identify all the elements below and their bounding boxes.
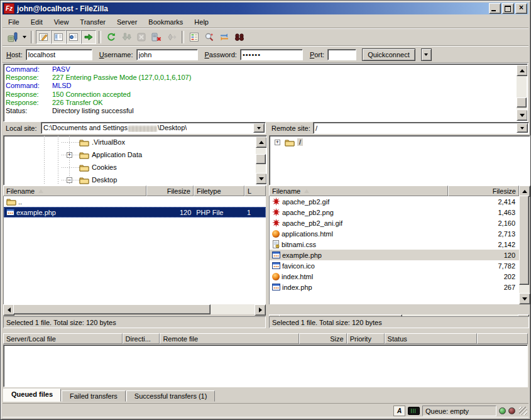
password-input[interactable]: [240, 49, 303, 60]
process-queue-button[interactable]: [119, 30, 134, 44]
local-site-combo[interactable]: C:\Documents and Settings\Desktop\: [41, 122, 266, 134]
toggle-message-log-button[interactable]: [36, 30, 51, 44]
speed-limit-icon[interactable]: [408, 407, 420, 415]
directory-listing-filters-button[interactable]: [187, 30, 202, 44]
maximize-button[interactable]: [502, 3, 514, 14]
local-tree-scrollbar[interactable]: [256, 136, 266, 184]
directory-comparison-button[interactable]: [202, 30, 217, 44]
transfer-type-ascii-icon[interactable]: A: [393, 406, 405, 416]
toggle-local-tree-button[interactable]: [51, 30, 66, 44]
scroll-down-button[interactable]: [517, 109, 528, 121]
column-header-status[interactable]: Status: [385, 333, 478, 344]
column-header-size[interactable]: Size: [299, 333, 347, 344]
file-row-apache-pb2-png[interactable]: apache_pb2.png1,463: [270, 207, 519, 218]
scrollbar-thumb[interactable]: [519, 196, 529, 285]
transfer-queue-list[interactable]: [3, 345, 528, 387]
host-input[interactable]: [26, 49, 92, 60]
scroll-down-button[interactable]: [256, 173, 267, 184]
column-header-l[interactable]: L: [244, 185, 266, 196]
tab-queued-files[interactable]: Queued files: [3, 389, 61, 402]
column-header-filetype[interactable]: Filetype: [194, 185, 244, 196]
tab-failed-transfers[interactable]: Failed transfers: [62, 390, 126, 402]
scrollbar-thumb[interactable]: [517, 97, 527, 108]
quickconnect-button[interactable]: Quickconnect: [362, 48, 415, 61]
remote-vertical-scrollbar[interactable]: [519, 185, 529, 304]
tree-item-root[interactable]: +/: [270, 136, 530, 148]
remote-site-combo[interactable]: /: [313, 122, 529, 134]
tree-item-virtualbox[interactable]: .VirtualBox: [4, 136, 266, 148]
site-manager-button[interactable]: [5, 30, 20, 44]
file-size: 2,414: [449, 196, 518, 207]
tab-successful-transfers-1[interactable]: Successful transfers (1): [126, 390, 216, 402]
file-row-example-php[interactable]: example.php120PHP File1: [4, 207, 266, 218]
menu-item-server[interactable]: Server: [111, 17, 143, 27]
file-row-index-html[interactable]: index.html202: [270, 271, 519, 282]
scroll-up-button[interactable]: [256, 136, 267, 148]
local-horizontal-scrollbar[interactable]: [3, 304, 266, 314]
find-files-button[interactable]: [232, 30, 247, 44]
close-button[interactable]: ×: [515, 3, 527, 14]
site-manager-dropdown[interactable]: [20, 30, 28, 44]
reconnect-button[interactable]: [164, 30, 179, 44]
column-header-server-local-file[interactable]: Server/Local file: [3, 333, 123, 344]
column-header-directi[interactable]: Directi...: [123, 333, 160, 344]
toggle-remote-tree-icon: [68, 32, 79, 42]
tree-item-desktop[interactable]: −Desktop: [4, 174, 266, 185]
toggle-transfer-queue-button[interactable]: [81, 30, 96, 44]
file-row-bitnami-css[interactable]: bitnami.css2,142: [270, 239, 519, 250]
column-header-priority[interactable]: Priority: [347, 333, 385, 344]
menu-item-help[interactable]: Help: [189, 17, 214, 27]
file-name: bitnami.css: [282, 241, 316, 248]
username-input[interactable]: [136, 49, 198, 60]
file-row-apache-pb2-ani-gif[interactable]: apache_pb2_ani.gif2,160: [270, 218, 519, 228]
menu-item-file[interactable]: File: [3, 17, 25, 27]
log-entry: Response:150 Connection accepted: [6, 91, 516, 99]
file-name: index.php: [282, 284, 312, 291]
tree-item-cookies[interactable]: Cookies: [4, 161, 266, 174]
arrow-right-icon: [259, 307, 262, 312]
quickconnect-dropdown-button[interactable]: [421, 48, 432, 61]
scrollbar-thumb[interactable]: [13, 304, 211, 314]
disconnect-button[interactable]: [149, 30, 164, 44]
file-row-index-php[interactable]: index.php267: [270, 282, 519, 292]
expand-icon[interactable]: +: [67, 152, 72, 158]
menu-item-view[interactable]: View: [48, 17, 75, 27]
log-scrollbar[interactable]: [517, 65, 527, 121]
port-input[interactable]: [327, 49, 356, 60]
scroll-right-button[interactable]: [255, 304, 266, 316]
file-row-example-php[interactable]: example.php120: [270, 250, 519, 260]
file-name-cell: example.php: [4, 207, 146, 218]
toggle-message-log-icon: [38, 32, 48, 42]
resize-grip[interactable]: [519, 407, 527, 415]
menu-item-transfer[interactable]: Transfer: [74, 17, 111, 27]
collapse-icon[interactable]: −: [67, 177, 72, 183]
column-header-filesize[interactable]: Filesize: [146, 185, 194, 196]
toggle-remote-tree-button[interactable]: [66, 30, 81, 44]
folder-icon: [285, 138, 295, 146]
menu-item-edit[interactable]: Edit: [25, 17, 48, 27]
minimize-button[interactable]: [489, 3, 501, 14]
column-header-filename[interactable]: Filename: [3, 185, 146, 196]
expand-icon[interactable]: +: [275, 140, 280, 145]
scrollbar-thumb[interactable]: [256, 154, 266, 164]
column-header-blank[interactable]: [477, 333, 528, 344]
file-row-applications-html[interactable]: applications.html2,713: [270, 228, 519, 239]
synchronized-browsing-button[interactable]: [217, 30, 232, 44]
file-row-[interactable]: ..: [4, 196, 266, 207]
column-header-filesize[interactable]: Filesize: [448, 185, 519, 196]
toggle-local-tree-icon: [53, 32, 63, 42]
tree-item-application-data[interactable]: +Application Data: [4, 148, 266, 161]
menu-item-bookmarks[interactable]: Bookmarks: [143, 17, 189, 27]
queue-status-panel: Queue: empty: [422, 406, 496, 416]
cancel-operation-button[interactable]: [134, 30, 149, 44]
local-site-dropdown[interactable]: [253, 123, 265, 133]
title-bar[interactable]: Fz john@localhost - FileZilla ×: [3, 3, 528, 14]
file-row-favicon-ico[interactable]: favicon.ico7,782: [270, 260, 519, 271]
remote-site-dropdown[interactable]: [517, 123, 528, 133]
refresh-button[interactable]: [104, 30, 119, 44]
scroll-up-button[interactable]: [517, 65, 528, 76]
column-header-remote-file[interactable]: Remote file: [160, 333, 298, 344]
column-header-filename[interactable]: Filename: [269, 185, 448, 196]
scroll-down-button[interactable]: [519, 293, 530, 304]
file-row-apache-pb2-gif[interactable]: apache_pb2.gif2,414: [270, 196, 519, 207]
